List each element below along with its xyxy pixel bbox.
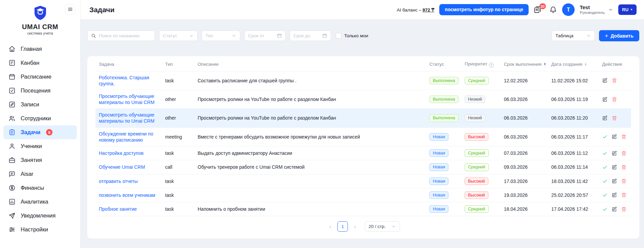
complete-task-icon[interactable] [602, 134, 608, 140]
complete-task-icon[interactable] [602, 192, 608, 198]
delete-task-icon[interactable] [612, 78, 617, 83]
table-row[interactable]: Просмотреть обучающие материалы по Umai … [95, 90, 631, 108]
pagination-prev-icon[interactable]: ‹ [327, 223, 334, 230]
type-select-placeholder: Тип [205, 33, 229, 38]
sidebar-item-label: Главная [21, 46, 42, 52]
delete-task-icon[interactable] [621, 150, 627, 156]
edit-task-icon[interactable] [612, 164, 617, 170]
task-link[interactable]: Обучение Umai CRM [99, 164, 145, 170]
table-row[interactable]: Пробное занятие task Напомнить о пробном… [95, 202, 631, 216]
search-input[interactable] [99, 33, 151, 38]
avatar[interactable]: T [562, 3, 575, 16]
question-icon[interactable]: ? [489, 63, 494, 67]
task-link[interactable]: Пробное занятие [99, 206, 137, 212]
created-at: 11.02.2026 15:02 [548, 71, 599, 90]
messages-button[interactable]: 20 [534, 6, 541, 14]
table-row[interactable]: Просмотреть обучающие материалы по Umai … [95, 109, 631, 127]
table-row[interactable]: отправить отчеты task Новая Высокий 17.0… [95, 174, 631, 188]
bell-icon[interactable] [549, 6, 557, 14]
pagination-page-1[interactable]: 1 [337, 221, 348, 232]
edit-task-icon[interactable] [602, 78, 608, 83]
sidebar-item-label: Сотрудники [21, 115, 51, 122]
sidebar-item[interactable]: Ученики [3, 139, 77, 153]
view-select[interactable]: Таблица [552, 30, 595, 41]
edit-task-icon[interactable] [612, 178, 617, 184]
task-description: Просмотреть ролики на YouTube по работе … [194, 109, 426, 127]
hamburger-icon [67, 6, 73, 12]
complete-task-icon[interactable] [602, 164, 608, 170]
sidebar-collapse-button[interactable] [65, 4, 75, 15]
sidebar-item[interactable]: Аналитика [3, 195, 77, 209]
task-link[interactable]: позвонить всем ученикам [99, 192, 155, 198]
edit-task-icon[interactable] [612, 134, 617, 140]
delete-task-icon[interactable] [621, 206, 627, 212]
tasks-table: Задача Тип Описание Статус Приоритет? Ср… [95, 58, 631, 216]
status-badge: Выполнена [429, 96, 459, 103]
sidebar-item-label: Финансы [21, 185, 44, 191]
edit-task-icon[interactable] [602, 97, 608, 102]
task-description: Обучить тренеров работе с Umai CRM систе… [194, 160, 426, 174]
task-description [194, 188, 426, 202]
status-select[interactable]: Статус [159, 30, 198, 41]
sidebar-item[interactable]: Записи [3, 98, 77, 111]
date-from-input[interactable]: Срок от [244, 30, 286, 41]
sidebar-item[interactable]: Сотрудники [3, 111, 77, 125]
row-actions [602, 164, 628, 170]
delete-task-icon[interactable] [612, 115, 617, 121]
type-select[interactable]: Тип [202, 30, 240, 41]
delete-task-icon[interactable] [621, 164, 627, 170]
row-actions [602, 178, 628, 184]
row-actions [602, 78, 628, 83]
task-link[interactable]: Настройка доступов [99, 150, 143, 156]
sidebar-item[interactable]: Задачи 6 [3, 125, 77, 139]
sidebar-item[interactable]: Расписание [3, 70, 77, 84]
task-link[interactable]: Обсуждение времени по новому расписанию [99, 131, 158, 143]
delete-task-icon[interactable] [612, 97, 617, 102]
table-row[interactable]: Обучение Umai CRM call Обучить тренеров … [95, 160, 631, 174]
col-created-at[interactable]: Дата создания▲▼ [548, 58, 599, 71]
sidebar-item[interactable]: Канбан [3, 56, 77, 70]
task-link[interactable]: Просмотреть обучающие материалы по Umai … [99, 93, 158, 105]
sidebar-item[interactable]: Настройки [3, 223, 77, 236]
sidebar-item[interactable]: Занятия [3, 153, 77, 167]
edit-task-icon[interactable] [612, 150, 617, 156]
date-to-input[interactable]: Срок до [290, 30, 331, 41]
sidebar-item-icon [8, 198, 16, 205]
delete-task-icon[interactable] [621, 134, 627, 140]
col-due-date[interactable]: Срок выполнения▲▼ [501, 58, 548, 71]
sidebar-item-icon [8, 184, 16, 191]
sort-icons: ▲▼ [543, 63, 546, 66]
task-link[interactable]: Роботехника. Старшая группа. [99, 75, 158, 87]
topbar-right: AI баланс – 972 ₸ посмотреть инфотур по … [397, 3, 637, 16]
sort-desc-icon: ▼ [543, 65, 546, 66]
edit-task-icon[interactable] [612, 192, 617, 198]
row-actions [602, 97, 628, 102]
pagination-next-icon[interactable]: › [351, 223, 359, 230]
sidebar-item[interactable]: Главная [3, 42, 77, 56]
task-link[interactable]: Просмотреть обучающие материалы по Umai … [99, 112, 158, 124]
sidebar-item-icon [8, 59, 16, 66]
complete-task-icon[interactable] [602, 206, 608, 212]
complete-task-icon[interactable] [602, 150, 608, 156]
table-row[interactable]: Обсуждение времени по новому расписанию … [95, 127, 631, 146]
infotour-button[interactable]: посмотреть инфотур по странице [439, 4, 529, 15]
edit-task-icon[interactable] [602, 115, 608, 121]
page-size-select[interactable]: 20 / стр. [365, 221, 400, 232]
delete-task-icon[interactable] [621, 192, 627, 198]
complete-task-icon[interactable] [602, 178, 608, 184]
edit-task-icon[interactable] [612, 206, 617, 212]
user-chevron-down-icon[interactable] [608, 7, 613, 12]
sidebar-item[interactable]: Финансы [3, 181, 77, 195]
language-button[interactable]: RU ▼ [618, 4, 637, 15]
task-link[interactable]: отправить отчеты [99, 178, 138, 184]
table-row[interactable]: позвонить всем ученикам task Новая Высок… [95, 188, 631, 202]
sidebar-item[interactable]: Посещения [3, 84, 77, 98]
sidebar-item[interactable]: Aisar [3, 167, 77, 181]
table-row[interactable]: Настройка доступов task Выдать доступ ад… [95, 146, 631, 160]
add-button[interactable]: + Добавить [599, 30, 639, 41]
user-menu[interactable]: Test Руководитель [580, 4, 605, 15]
only-mine-checkbox[interactable]: Только мои [336, 33, 368, 39]
table-row[interactable]: Роботехника. Старшая группа. task Состав… [95, 71, 631, 90]
delete-task-icon[interactable] [621, 178, 627, 184]
sidebar-item[interactable]: Уведомления [3, 209, 77, 223]
